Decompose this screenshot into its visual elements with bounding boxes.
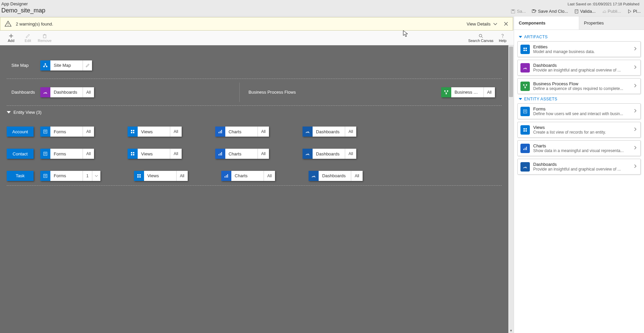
charts-tile[interactable]: ChartsAll <box>215 127 269 137</box>
search-canvas-button[interactable]: Search Canvas <box>467 31 494 45</box>
views-badge[interactable]: All <box>170 127 181 137</box>
svg-rect-49 <box>525 50 527 51</box>
charts-label: Charts <box>231 173 264 178</box>
bpf-badge[interactable]: All <box>484 87 495 97</box>
dashboards-tile[interactable]: Dashboards All <box>40 87 94 97</box>
card-title: Views <box>533 125 633 130</box>
forms-label: Forms <box>50 151 83 156</box>
views-tile[interactable]: ViewsAll <box>134 171 188 181</box>
charts-tile[interactable]: ChartsAll <box>215 149 269 159</box>
dashboards-badge[interactable]: All <box>345 149 356 159</box>
dashboards-badge[interactable]: All <box>345 127 356 137</box>
component-card-entities[interactable]: EntitiesModel and manage business data. <box>517 41 641 57</box>
help-button[interactable]: Help <box>494 31 511 45</box>
entity-view-toggle[interactable]: Entity View (3) <box>7 106 502 118</box>
edit-button[interactable]: Edit <box>19 31 36 45</box>
warning-bar: 2 warning(s) found. View Details <box>0 17 513 31</box>
forms-label: Forms <box>50 173 83 178</box>
dashboards-tile[interactable]: DashboardsAll <box>309 171 362 181</box>
play-button[interactable]: Pl... <box>627 9 641 14</box>
charts-badge[interactable]: All <box>258 149 269 159</box>
svg-point-14 <box>447 90 448 92</box>
svg-rect-32 <box>133 154 134 155</box>
forms-badge[interactable]: All <box>83 127 94 137</box>
svg-point-52 <box>524 87 526 88</box>
forms-chevron-icon[interactable] <box>92 171 100 181</box>
dashboards-tile-label: Dashboards <box>50 90 83 95</box>
dashboards-tile[interactable]: DashboardsAll <box>303 127 356 137</box>
remove-label: Remove <box>38 39 52 43</box>
card-title: Entities <box>533 44 633 49</box>
publish-label: Publi... <box>608 9 621 14</box>
bpf-tile[interactable]: Business Proces... All <box>441 87 495 97</box>
entity-task[interactable]: Task <box>7 171 34 181</box>
component-card-views[interactable]: ViewsCreate a list view of records for a… <box>517 122 641 138</box>
validate-label: Valida... <box>580 9 596 14</box>
close-warning-icon[interactable] <box>503 21 509 27</box>
card-title: Dashboards <box>533 162 633 167</box>
validate-button[interactable]: Valida... <box>574 9 596 14</box>
svg-point-51 <box>526 84 527 86</box>
tab-components[interactable]: Components <box>514 16 579 30</box>
grid-icon <box>520 45 530 54</box>
chart-icon <box>221 171 231 181</box>
save-and-close-button[interactable]: Save And Clo... <box>532 9 568 14</box>
remove-button[interactable]: Remove <box>36 31 53 45</box>
component-card-dashboards[interactable]: DashboardsProvide an insightful and grap… <box>517 159 641 175</box>
scroll-thumb[interactable] <box>509 47 513 97</box>
charts-badge[interactable]: All <box>258 127 269 137</box>
component-card-business-process-flow[interactable]: Business Process FlowDefine a sequence o… <box>517 78 641 94</box>
card-desc: Define how users will see and interact w… <box>533 111 633 116</box>
views-tile[interactable]: ViewsAll <box>128 127 181 137</box>
entity-assets-label: ENTITY ASSETS <box>524 97 557 101</box>
svg-rect-56 <box>523 128 525 130</box>
section-artifacts[interactable]: ARTIFACTS <box>519 35 641 39</box>
save-button[interactable]: Sa... <box>511 9 526 14</box>
form-icon <box>40 171 50 181</box>
entity-contact[interactable]: Contact <box>7 149 34 159</box>
card-title: Forms <box>533 106 633 111</box>
component-card-forms[interactable]: FormsDefine how users will see and inter… <box>517 103 641 119</box>
charts-tile[interactable]: ChartsAll <box>221 171 275 181</box>
save-icon <box>511 9 515 14</box>
component-card-dashboards[interactable]: DashboardsProvide an insightful and grap… <box>517 60 641 76</box>
forms-tile[interactable]: FormsAll <box>40 149 94 159</box>
svg-rect-20 <box>133 130 134 131</box>
view-details-link[interactable]: View Details <box>467 21 491 27</box>
tab-properties[interactable]: Properties <box>579 16 644 30</box>
dashboards-badge[interactable]: All <box>83 87 94 97</box>
entity-view-label: Entity View (3) <box>13 110 42 115</box>
dashboards-tile[interactable]: DashboardsAll <box>303 149 356 159</box>
card-desc: Define a sequence of steps required to c… <box>533 86 633 91</box>
forms-badge[interactable]: 1 <box>83 171 92 181</box>
charts-label: Charts <box>225 129 258 134</box>
chevron-right-icon <box>633 83 638 89</box>
triangle-down-icon <box>7 111 11 113</box>
views-badge[interactable]: All <box>176 171 188 181</box>
svg-rect-43 <box>225 176 225 178</box>
views-label: Views <box>138 129 170 134</box>
bpf-row-label: Business Process Flows <box>239 83 296 102</box>
entity-account[interactable]: Account <box>7 127 34 137</box>
add-button[interactable]: Add <box>3 31 19 45</box>
sitemap-edit-button[interactable] <box>83 60 92 70</box>
svg-rect-45 <box>227 174 228 178</box>
svg-rect-22 <box>133 132 134 133</box>
vertical-scrollbar[interactable]: ▼ <box>508 45 514 333</box>
card-desc: Show data in a meaningful and visual rep… <box>533 148 633 153</box>
forms-badge[interactable]: All <box>83 149 94 159</box>
charts-badge[interactable]: All <box>264 171 275 181</box>
views-tile[interactable]: ViewsAll <box>128 149 181 159</box>
forms-tile[interactable]: Forms1 <box>40 171 100 181</box>
chevron-down-icon[interactable] <box>493 21 498 27</box>
help-label: Help <box>499 39 507 43</box>
forms-tile[interactable]: FormsAll <box>40 127 94 137</box>
views-badge[interactable]: All <box>170 149 181 159</box>
component-card-charts[interactable]: ChartsShow data in a meaningful and visu… <box>517 140 641 156</box>
publish-button[interactable]: Publi... <box>602 9 621 14</box>
dashboards-badge[interactable]: All <box>351 171 362 181</box>
section-entity-assets[interactable]: ENTITY ASSETS <box>519 97 641 101</box>
sitemap-tile[interactable]: Site Map <box>40 60 92 70</box>
svg-rect-10 <box>45 63 46 64</box>
scroll-down-icon[interactable]: ▼ <box>508 328 514 333</box>
